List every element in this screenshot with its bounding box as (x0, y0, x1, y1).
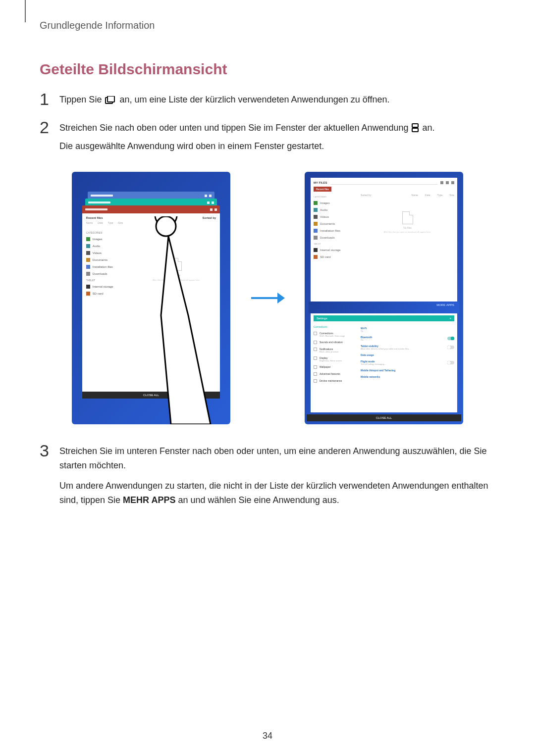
arrow-right-icon (250, 291, 285, 305)
text: Die ausgewählte Anwendung wird oben in e… (59, 139, 495, 153)
detail-title: Data usage (361, 353, 454, 356)
menu-title: Wallpaper (320, 365, 330, 368)
sdcard-icon (86, 292, 90, 296)
detail-title: Mobile Hotspot and Tethering (361, 369, 454, 372)
app-tab (82, 205, 220, 213)
item-label: SD card (93, 292, 104, 295)
item-label: Internal storage (93, 285, 113, 288)
item-label: Images (93, 238, 103, 241)
step-text: Tippen Sie an, um eine Liste der kürzlic… (59, 93, 495, 111)
video-icon (86, 251, 90, 255)
audio-icon (314, 208, 318, 212)
files-sort: Sorted by (202, 216, 216, 219)
menu-icon (314, 379, 317, 383)
step-1: 1 Tippen Sie an, um eine Liste der kürzl… (40, 93, 495, 111)
menu-icon (314, 372, 317, 376)
close-all-button: CLOSE ALL (307, 414, 461, 421)
doc-icon (314, 222, 318, 226)
apk-icon (86, 265, 90, 269)
text-bold: MEHR APPS (123, 495, 175, 505)
recents-stack: Recent files Sorted by Name Date Type Si… (76, 192, 226, 399)
text: Streichen Sie im unteren Fenster nach ob… (59, 444, 495, 473)
menu-icon (314, 348, 317, 351)
cat-label: CATEGORIES (314, 196, 361, 198)
close-icon: × (449, 317, 451, 320)
detail-sub: On (361, 339, 372, 341)
text: an und wählen Sie eine Anwendung aus. (175, 495, 339, 505)
split-divider: MORE APPS (309, 302, 459, 313)
item-label: Videos (93, 252, 102, 254)
sort-label: Sorted by (361, 194, 371, 197)
settings-menu: Connections ConnectionsWi-Fi, Bluetooth,… (314, 323, 361, 386)
col: Type (437, 194, 442, 197)
detail-sub: On (361, 330, 454, 332)
recents-icon (105, 96, 116, 104)
item-label: Audio (93, 245, 100, 248)
image-icon (314, 201, 318, 205)
item-label: Documents (93, 258, 107, 261)
search-bar (330, 181, 437, 185)
page-number: 34 (0, 731, 535, 741)
svg-rect-2 (412, 124, 418, 127)
sdcard-icon (314, 255, 318, 259)
audio-icon (86, 244, 90, 248)
section-title: Geteilte Bildschirmansicht (40, 61, 495, 78)
toggle-icon (447, 361, 454, 364)
menu-sub: Brightness, Home screen (320, 359, 342, 362)
item-label: Documents (320, 222, 335, 225)
close-all-button: CLOSE ALL (82, 392, 220, 399)
item-label: Images (320, 202, 330, 204)
download-icon (314, 236, 318, 240)
statusbar (76, 176, 226, 183)
step-number: 2 (40, 119, 59, 136)
menu-title: Device maintenance (320, 379, 342, 382)
text: an, um eine Liste der kürzlich verwendet… (119, 95, 389, 104)
split-bottom-app: Settings × Connections ConnectionsWi-Fi,… (311, 313, 457, 412)
header-icons (440, 181, 454, 184)
splitview-icon (412, 123, 419, 132)
empty-label: No files (137, 274, 216, 277)
tablet-right: MY FILES Recent files CATEGORIES Images … (305, 172, 463, 424)
item-label: Installation files (93, 265, 113, 268)
app-myfiles: Recent files Sorted by Name Date Type Si… (82, 213, 220, 392)
empty-file-icon (402, 211, 413, 224)
menu-icon (314, 341, 317, 344)
apk-icon (314, 229, 318, 233)
text: Tippen Sie (59, 95, 104, 104)
step-number: 3 (40, 442, 59, 459)
empty-file-icon (171, 258, 182, 271)
tab-label: Settings (317, 317, 327, 320)
text: Streichen Sie nach oben oder unten und t… (59, 123, 411, 133)
col: Name (86, 221, 93, 224)
myfiles-label: MY FILES (314, 181, 327, 184)
chapter-header: Grundlegende Information (40, 20, 495, 31)
detail-title: Mobile networks (361, 375, 454, 378)
item-label: Internal storage (320, 249, 341, 252)
col: Type (108, 221, 113, 224)
breadcrumb: Recent files (314, 187, 331, 192)
menu-sub: Block, allow, prioritize (320, 351, 338, 353)
svg-rect-1 (107, 96, 114, 102)
settings-detail: Wi-FiOn BluetoothOn Tablet visibilityAll… (361, 323, 454, 386)
files-title: Recent files (86, 216, 103, 219)
cat-label: TABLET (86, 279, 131, 282)
empty-label: No files (361, 226, 454, 229)
margin-rule (25, 0, 26, 22)
step-text: Streichen Sie nach oben oder unten und t… (59, 121, 495, 157)
menu-icon (314, 356, 317, 360)
more-apps-button: MORE APPS (436, 303, 454, 306)
detail-sub: Allow other devices to find your tablet … (361, 348, 409, 350)
svg-rect-3 (412, 128, 418, 132)
files-sidebar: CATEGORIES Images Audio Videos Documents… (314, 194, 361, 262)
files-sidebar: CATEGORIES Images Audio Videos Documents… (86, 228, 131, 299)
item-label: Videos (320, 215, 329, 218)
col: Size (118, 221, 123, 224)
step-2: 2 Streichen Sie nach oben oder unten und… (40, 121, 495, 157)
detail-sub: Turn off calling, messaging... (361, 363, 386, 365)
video-icon (314, 215, 318, 219)
item-label: Downloads (320, 236, 335, 239)
menu-title: Advanced features (320, 372, 340, 375)
empty-sub: After files that you open or download wi… (137, 279, 216, 281)
menu-icon (314, 365, 317, 369)
settings-tab: Settings × (314, 315, 454, 321)
